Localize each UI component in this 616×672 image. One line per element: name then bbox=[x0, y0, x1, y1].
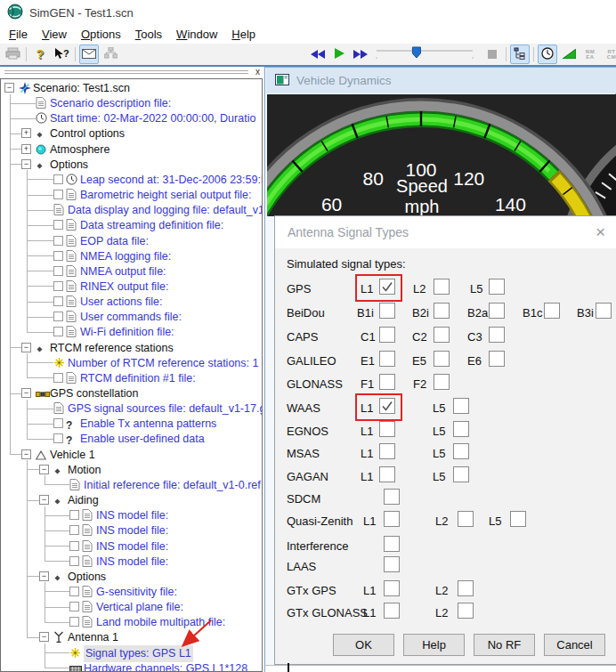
beidou-b1i-checkbox[interactable] bbox=[379, 303, 395, 319]
collapse-icon[interactable]: − bbox=[39, 571, 49, 581]
tree-item-options[interactable]: −Options bbox=[1, 569, 262, 584]
collapse-icon[interactable]: − bbox=[21, 343, 31, 352]
menu-options[interactable]: Options bbox=[74, 26, 128, 43]
no-rf-button[interactable]: No RF bbox=[474, 634, 535, 656]
signal-button[interactable] bbox=[559, 45, 579, 64]
tree-item-signal-types-gps-l1[interactable]: Signal types: GPS L1 bbox=[1, 645, 262, 660]
tree-item-checkbox[interactable] bbox=[53, 327, 63, 336]
tree-item-checkbox[interactable] bbox=[53, 174, 63, 184]
tree-item-aiding[interactable]: −Aiding bbox=[1, 492, 262, 507]
tree-item-g-sensitivity-file[interactable]: G-sensitivity file: bbox=[1, 584, 262, 599]
tree-item-antenna-1[interactable]: −Antenna 1 bbox=[1, 629, 262, 644]
tree-item-gps-signal-sources-file-default-v1-17-gp[interactable]: GPS signal sources file: default_v1-17.g… bbox=[1, 401, 262, 416]
quasi-zenith-l2-checkbox[interactable] bbox=[458, 511, 474, 527]
fast-forward-button[interactable] bbox=[351, 45, 370, 64]
quasi-zenith-l5-checkbox[interactable] bbox=[510, 511, 526, 527]
tree-item-user-actions-file[interactable]: User actions file: bbox=[1, 294, 262, 309]
tree-item-land-mobile-multipath-file[interactable]: Land mobile multipath file: bbox=[1, 614, 262, 629]
tree-item-checkbox[interactable] bbox=[53, 266, 63, 276]
menu-window[interactable]: Window bbox=[169, 26, 224, 43]
help-button[interactable]: Help bbox=[403, 634, 465, 656]
tree-panel-header[interactable]: x bbox=[0, 67, 263, 78]
tree-item-checkbox[interactable] bbox=[53, 251, 63, 261]
beidou-b1c-checkbox[interactable] bbox=[544, 303, 560, 319]
collapse-icon[interactable]: − bbox=[39, 465, 49, 474]
beidou-b2a-checkbox[interactable] bbox=[489, 303, 505, 319]
gtx-glonass-l1-checkbox[interactable] bbox=[384, 603, 400, 619]
tree-item-checkbox[interactable] bbox=[69, 510, 79, 520]
help-button[interactable]: ? bbox=[30, 45, 50, 64]
tree-item-nmea-output-file[interactable]: NMEA output file: bbox=[1, 263, 262, 279]
playback-slider[interactable] bbox=[372, 45, 481, 64]
collapse-icon[interactable]: − bbox=[4, 83, 14, 93]
gtx-glonass-l2-checkbox[interactable] bbox=[458, 603, 474, 619]
tree-item-nmea-logging-file[interactable]: NMEA logging file: bbox=[1, 248, 262, 263]
tree-item-control-options[interactable]: +Control options bbox=[1, 125, 262, 141]
tree-item-barometric-height-serial-output-file[interactable]: Barometric height serial output file: bbox=[1, 187, 262, 202]
tree-item-checkbox[interactable] bbox=[53, 373, 63, 383]
ok-button[interactable]: OK bbox=[333, 634, 394, 656]
collapse-icon[interactable]: − bbox=[39, 632, 49, 642]
tree-item-checkbox[interactable] bbox=[69, 602, 79, 611]
galileo-e5-checkbox[interactable] bbox=[434, 351, 450, 367]
collapse-icon[interactable]: − bbox=[21, 388, 31, 398]
collapse-icon[interactable]: − bbox=[21, 449, 31, 459]
tree-item-rtcm-reference-stations[interactable]: −RTCM reference stations bbox=[1, 340, 262, 355]
cancel-button[interactable]: Cancel bbox=[544, 634, 605, 656]
glonass-f2-checkbox[interactable] bbox=[434, 374, 450, 390]
tree-item-checkbox[interactable] bbox=[69, 617, 79, 627]
tree-item-checkbox[interactable] bbox=[53, 281, 63, 291]
msas-l5-checkbox[interactable] bbox=[453, 443, 469, 459]
egnos-l5-checkbox[interactable] bbox=[453, 421, 469, 437]
tree-item-eop-data-file[interactable]: EOP data file: bbox=[1, 233, 262, 248]
tree-item-checkbox[interactable] bbox=[53, 433, 63, 443]
galileo-e6-checkbox[interactable] bbox=[489, 351, 505, 367]
gagan-l1-checkbox[interactable] bbox=[379, 466, 395, 482]
expand-icon[interactable]: + bbox=[21, 144, 31, 154]
gagan-l5-checkbox[interactable] bbox=[453, 466, 469, 482]
tree-item-number-of-rtcm-reference-stations-1[interactable]: Number of RTCM reference stations: 1 bbox=[1, 355, 262, 370]
tree-item-data-streaming-definition-file[interactable]: Data streaming definition file: bbox=[1, 217, 262, 232]
expand-icon[interactable]: + bbox=[21, 128, 31, 138]
collapse-icon[interactable]: − bbox=[21, 159, 31, 169]
tree-item-ins-model-file[interactable]: INS model file: bbox=[1, 522, 262, 538]
tree-item-gps-constellation[interactable]: −GPS constellation bbox=[1, 385, 262, 401]
tree-item-data-display-and-logging-file-default-v1[interactable]: Data display and logging file: default_v… bbox=[1, 202, 262, 217]
tree-item-checkbox[interactable] bbox=[69, 556, 79, 566]
caps-c1-checkbox[interactable] bbox=[379, 327, 395, 343]
tree-item-checkbox[interactable] bbox=[69, 587, 79, 596]
tree-item-initial-reference-file-default-v1-0-ref[interactable]: Initial reference file: default_v1-0.ref bbox=[1, 477, 262, 492]
glonass-f1-checkbox[interactable] bbox=[379, 374, 395, 390]
gtx-gps-l2-checkbox[interactable] bbox=[458, 580, 474, 596]
beidou-b3i-checkbox[interactable] bbox=[596, 303, 612, 319]
msas-l1-checkbox[interactable] bbox=[379, 443, 395, 459]
egnos-l1-checkbox[interactable] bbox=[379, 421, 395, 437]
waas-l5-checkbox[interactable] bbox=[453, 398, 469, 414]
tree-item-leap-second-at-31-dec-2006-23-59-5[interactable]: Leap second at: 31-Dec-2006 23:59:5 bbox=[1, 172, 262, 187]
tree-item-scenario-description-file[interactable]: Scenario description file: bbox=[1, 95, 262, 110]
tree-item-rtcm-definition-1-file[interactable]: RTCM definition #1 file: bbox=[1, 370, 262, 385]
caps-c2-checkbox[interactable] bbox=[434, 327, 450, 343]
collapse-icon[interactable]: − bbox=[39, 495, 49, 505]
tree-item-ins-model-file[interactable]: INS model file: bbox=[1, 507, 262, 522]
gps-l5-checkbox[interactable] bbox=[489, 279, 505, 295]
galileo-e1-checkbox[interactable] bbox=[379, 351, 395, 367]
tree-view-button[interactable] bbox=[510, 45, 530, 64]
tree-item-atmosphere[interactable]: +Atmosphere bbox=[1, 142, 262, 157]
gtx-gps-l1-checkbox[interactable] bbox=[384, 580, 400, 596]
menu-tools[interactable]: Tools bbox=[128, 26, 169, 43]
tree-item-checkbox[interactable] bbox=[69, 525, 79, 535]
interference-checkbox[interactable] bbox=[384, 536, 400, 552]
gps-l2-checkbox[interactable] bbox=[434, 279, 450, 295]
tree-item-wi-fi-definition-file[interactable]: Wi-Fi definition file: bbox=[1, 324, 262, 339]
menu-view[interactable]: View bbox=[35, 26, 74, 43]
tree-item-checkbox[interactable] bbox=[53, 190, 63, 199]
tree-item-rinex-output-file[interactable]: RINEX output file: bbox=[1, 279, 262, 294]
vehicle-dynamics-titlebar[interactable]: Vehicle Dynamics bbox=[266, 68, 616, 93]
tree-item-enable-user-defined-data[interactable]: ?Enable user-defined data bbox=[1, 431, 262, 446]
close-icon[interactable]: × bbox=[596, 223, 605, 240]
tree-item-checkbox[interactable] bbox=[53, 418, 63, 428]
tree-item-options[interactable]: −Options bbox=[1, 157, 262, 172]
tree-item-hardware-channels-gps-l1-128[interactable]: Hardware channels: GPS L1*128 bbox=[1, 660, 262, 672]
tree-item-user-commands-file[interactable]: User commands file: bbox=[1, 309, 262, 324]
